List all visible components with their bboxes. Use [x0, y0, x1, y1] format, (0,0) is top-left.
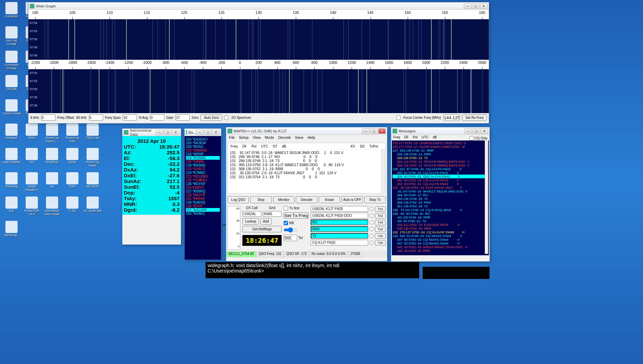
desktop-icon[interactable]: Lady Heather: [2, 148, 21, 171]
desktop-icon[interactable]: PowerSDR v2.0: [22, 197, 41, 219]
bandmap-row[interactable]: 103 *DK3EW: [186, 141, 220, 145]
message-row[interactable]: 443 45 0754 -19 RRR: [392, 249, 488, 253]
bandmap-row[interactable]: 118 *RA3AQ: [186, 163, 220, 167]
bandmap-row[interactable]: 131 *F6HVK: [186, 197, 220, 201]
tx-msg-input[interactable]: [311, 213, 368, 218]
message-row[interactable]: -85 90 0750 -21 73: [392, 219, 488, 223]
tx3-button[interactable]: Tx3: [375, 220, 386, 225]
bandmap-row[interactable]: 126 *W1FKF: [186, 182, 220, 186]
desktop-icon[interactable]: clc_dx4w.ahk: [83, 197, 102, 219]
tx-radio[interactable]: [370, 227, 374, 231]
terminal-window-2[interactable]: [423, 267, 490, 279]
minimize-button[interactable]: —: [362, 128, 370, 134]
tol-input[interactable]: [284, 235, 297, 241]
bandmap-row[interactable]: 124 *K7MAC: [186, 171, 220, 175]
desktop-icon[interactable]: Inno Set Compil: [2, 26, 21, 49]
force-checkbox[interactable]: [396, 115, 401, 120]
desktop-icon[interactable]: SdrN: [63, 172, 82, 195]
message-row[interactable]: 326 126 0754 -12 SP2JYR KB8RQ EM79 OOO V: [392, 163, 488, 167]
decode-row[interactable]: 131 299 90 0746 2.1 -17 RO 0 0 0: [230, 155, 383, 159]
message-row[interactable]: 440 49 0752 -25 N5KDA N0AKC EN44 OOO V: [392, 245, 488, 249]
tx-radio[interactable]: [370, 207, 374, 211]
tx-msg-input[interactable]: [311, 206, 368, 212]
bandmap-row[interactable]: 123 *SV8CS: [186, 167, 220, 171]
navg-input[interactable]: [123, 114, 137, 121]
khz2-input[interactable]: [89, 114, 103, 121]
bandmap-row[interactable]: 126 K6MYC: [186, 186, 220, 189]
bandmap-row[interactable]: 128 *AA1YN: [186, 193, 220, 197]
menu-view[interactable]: View: [253, 135, 261, 141]
message-row[interactable]: 311 135 0754 -18 73: [392, 204, 488, 208]
messages-titlebar[interactable]: Messages — ▢ ✕: [391, 127, 490, 135]
desktop-icon[interactable]: pulsar: [63, 148, 82, 171]
message-row[interactable]: 326 135 0750 -13 73: [392, 156, 488, 160]
bandmap-row[interactable]: 155 *N0AKC: [186, 212, 220, 215]
bandmap-body[interactable]: 103 *EA3DXU103 *DK3EW103 *W3SZ110 *IW4AR…: [185, 136, 221, 260]
desktop-icon[interactable]: Adobe Reader 9: [22, 172, 41, 195]
bandmap-titlebar[interactable]: Ba... — ▢ ✕: [185, 129, 221, 136]
widegraph-titlebar[interactable]: Wide Graph — ▢ ✕: [28, 2, 489, 10]
desktop-icon[interactable]: Oct: [22, 148, 41, 171]
cq-only-option[interactable]: CQ Only: [469, 136, 487, 140]
menu-setup[interactable]: Setup: [239, 135, 249, 141]
bandmap-row[interactable]: 127 *KB8RQ: [186, 189, 220, 193]
desktop-icon[interactable]: MoonSked User Guide: [43, 197, 62, 219]
tx5-button[interactable]: Tx5: [375, 233, 386, 239]
message-row[interactable]: 131 30 130 0754 -19 K1JT F6HVK JN27 V: [392, 186, 488, 189]
astro-titlebar[interactable]: Astronomical Data — ▢ ✕: [122, 129, 181, 136]
nb-checkbox[interactable]: [284, 221, 288, 225]
message-row[interactable]: 437 53 0750 -24 CQ N0AKC EN44 V: [392, 241, 488, 245]
tx4-button[interactable]: Tx4: [375, 227, 386, 232]
desktop-icon[interactable]: RoverLog Edit: [63, 124, 82, 147]
message-row[interactable]: 275 177 0752 -15 UA9FAD K6MYC DM07 OOO O: [392, 141, 488, 145]
desktop-icon[interactable]: CFGSR: [2, 75, 21, 98]
close-button[interactable]: ✕: [378, 128, 386, 134]
monitor-button[interactable]: Monitor: [273, 196, 294, 203]
decode-row[interactable]: 131 308 135 0752 2.1 -19 RRR 0 0 0: [230, 167, 383, 171]
minimize-button[interactable]: —: [156, 130, 163, 135]
lookup-button[interactable]: Lookup: [242, 218, 259, 225]
message-row[interactable]: 275 177 0754 -17 F6APE K6MYC DM07 OOO M: [392, 145, 488, 149]
desktop-icon[interactable]: joe: [43, 172, 62, 195]
gain-input[interactable]: [150, 114, 164, 121]
dx-call-input[interactable]: [242, 211, 261, 217]
log-qso-button[interactable]: Log QSO: [228, 196, 249, 203]
decode-row[interactable]: 131 91 147 0745 3.0 -16 WA8CLT S52LM JN6…: [230, 151, 383, 155]
grid-input[interactable]: [263, 211, 282, 217]
tx-msg-input[interactable]: [311, 240, 368, 245]
message-row[interactable]: 205 62 0750 -22 QRZ AA1YN FN43 V: [392, 175, 488, 178]
force-freq-input[interactable]: [443, 114, 460, 121]
message-row[interactable]: 202 63 0754 -21 CQ AA1YN FN43 V: [392, 182, 488, 186]
maximize-button[interactable]: ▢: [370, 128, 378, 134]
bandmap-row[interactable]: 116 *UA9NL: [186, 160, 220, 163]
tx-msg-input[interactable]: [311, 219, 368, 225]
genstdmsgs-button[interactable]: GenStdMsgs: [242, 226, 282, 232]
decode-row[interactable]: 131 305 110 0750 2.8 -18 K1JT WA8CLT EN8…: [230, 163, 383, 167]
tx6-button[interactable]: Tx6: [375, 240, 386, 245]
waterfall-lower[interactable]: 07:5407:5207:5007:4807:46: [28, 69, 489, 113]
bandmap-row[interactable]: 140 *DH7F: [186, 204, 220, 208]
bandmap-row[interactable]: 125 *YO9FRJ: [186, 178, 220, 182]
desktop-icon[interactable]: Roverlog: [2, 172, 21, 195]
desktop-icon[interactable]: MS Word: [83, 172, 102, 195]
close-button[interactable]: ✕: [480, 3, 487, 9]
decode-row[interactable]: 131 299 135 0748 2.1 -18 73 0 0 0: [230, 159, 383, 163]
waterfall-upper[interactable]: 07:5407:5207:5007:4807:46: [28, 19, 489, 60]
desktop-icon[interactable]: Control Panel: [2, 99, 21, 122]
message-row[interactable]: 308 135 0752 -19 RRR: [392, 201, 488, 204]
auto-zero-button[interactable]: Auto Zero: [200, 114, 222, 121]
tx2-button[interactable]: Tx2: [375, 213, 386, 218]
message-row[interactable]: -82 135 0748 -19 RRR: [392, 215, 488, 219]
cq-only-checkbox[interactable]: [469, 136, 474, 140]
desktop-icon[interactable]: Computer: [2, 2, 21, 25]
message-row[interactable]: 127 329 135 0746 -11 RRR: [392, 149, 488, 152]
minimize-button[interactable]: —: [196, 130, 204, 135]
menu-help[interactable]: Help: [308, 135, 315, 141]
col2-input[interactable]: [175, 114, 190, 121]
menu-save[interactable]: Save: [295, 135, 304, 141]
desktop-icon[interactable]: XWin: [22, 124, 41, 147]
decode-row[interactable]: 131 30 130 0754 2.0 -19 K1JT F6HVK JN27 …: [230, 171, 383, 175]
set-tx-freq-button[interactable]: Set Tx Freq: [284, 212, 308, 219]
desktop-icon[interactable]: WordPad: [43, 148, 62, 171]
tx-radio[interactable]: [370, 213, 374, 218]
